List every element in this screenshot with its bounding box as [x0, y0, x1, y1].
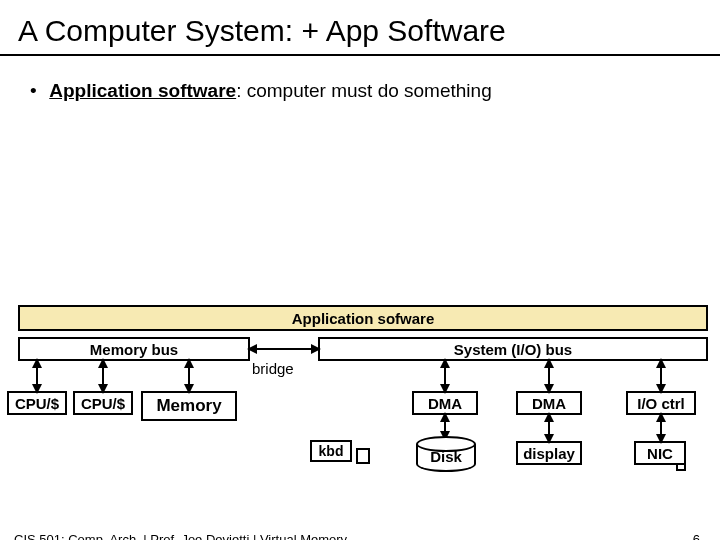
dma-2: DMA: [516, 391, 582, 415]
display-box: display: [516, 441, 582, 465]
memory-bus: Memory bus: [18, 337, 250, 361]
footer-source: CIS 501: Comp. Arch. | Prof. Joe Deviett…: [14, 532, 347, 540]
slide-title: A Computer System: + App Software: [0, 0, 720, 56]
bullet-rest: : computer must do something: [236, 80, 492, 101]
memory-box: Memory: [141, 391, 237, 421]
system-io-bus: System (I/O) bus: [318, 337, 708, 361]
disk-cylinder: Disk: [416, 436, 476, 472]
footer-page: 6: [693, 532, 700, 540]
dma-1: DMA: [412, 391, 478, 415]
kbd-port-icon: [356, 448, 370, 464]
disk-label: Disk: [416, 448, 476, 465]
diagram: Application sofware Memory bus System (I…: [0, 305, 720, 505]
bullet-bold: Application software: [49, 80, 236, 101]
bullet-line: • Application software: computer must do…: [30, 80, 720, 102]
cpu-1: CPU/$: [7, 391, 67, 415]
bullet-marker: •: [30, 80, 44, 102]
cpu-2: CPU/$: [73, 391, 133, 415]
io-ctrl: I/O ctrl: [626, 391, 696, 415]
nic-port-icon: [676, 463, 686, 471]
nic-box: NIC: [634, 441, 686, 465]
kbd-box: kbd: [310, 440, 352, 462]
bridge-label: bridge: [252, 360, 294, 377]
app-software-bar: Application sofware: [18, 305, 708, 331]
